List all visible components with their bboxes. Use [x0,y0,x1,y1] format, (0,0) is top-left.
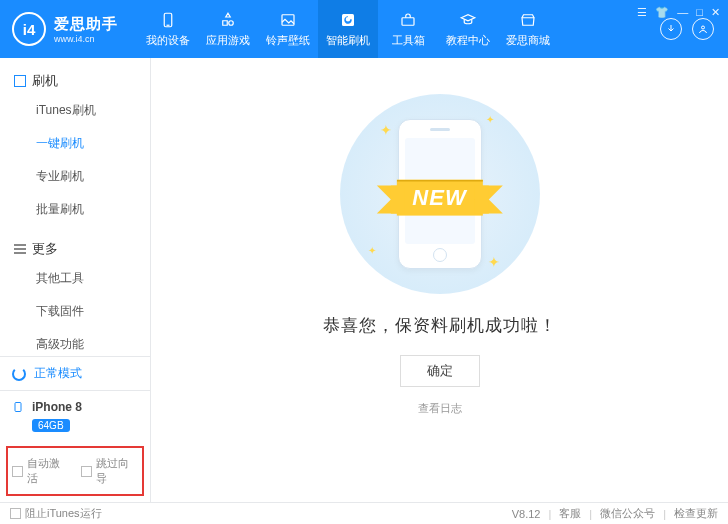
sidebar-item-download-firmware[interactable]: 下载固件 [0,295,150,328]
sidebar-section-flash: 刷机 [0,68,150,94]
sidebar-item-itunes-flash[interactable]: iTunes刷机 [0,94,150,127]
sparkle-icon: ✦ [488,254,500,270]
status-bar: 阻止iTunes运行 V8.12| 客服| 微信公众号| 检查更新 [0,502,728,524]
sparkle-icon: ✦ [368,245,376,256]
maximize-button[interactable]: □ [696,6,703,19]
phone-icon [12,399,24,415]
wechat-link[interactable]: 微信公众号 [600,506,655,521]
view-log-link[interactable]: 查看日志 [418,401,462,416]
app-logo: i4 爱思助手 www.i4.cn [0,12,138,46]
store-icon [519,11,537,29]
brand-name: 爱思助手 [54,15,118,34]
device-info[interactable]: iPhone 8 64GB [0,390,150,440]
new-ribbon: NEW [396,180,482,216]
version-label: V8.12 [512,508,541,520]
tab-label: 工具箱 [392,33,425,48]
user-button[interactable] [692,18,714,40]
check-update-link[interactable]: 检查更新 [674,506,718,521]
spinner-icon [12,367,26,381]
brand-site: www.i4.cn [54,34,118,44]
tab-tutorials[interactable]: 教程中心 [438,0,498,58]
main-tabs: 我的设备 应用游戏 铃声壁纸 智能刷机 工具箱 教程中心 爱思商城 [138,0,558,58]
window-controls: ☰ 👕 — □ ✕ [637,6,720,19]
refresh-icon [339,11,357,29]
minimize-button[interactable]: — [677,6,688,19]
svg-point-5 [702,26,705,29]
download-icon [665,23,677,35]
tab-label: 应用游戏 [206,33,250,48]
download-button[interactable] [660,18,682,40]
checkbox-skip-guide[interactable]: 跳过向导 [81,456,138,486]
square-icon [14,75,26,87]
tab-ringtones[interactable]: 铃声壁纸 [258,0,318,58]
logo-badge: i4 [12,12,46,46]
hamburger-icon [14,244,26,254]
image-icon [279,11,297,29]
tab-label: 智能刷机 [326,33,370,48]
sparkle-icon: ✦ [380,122,392,138]
flash-options-highlighted: 自动激活 跳过向导 [6,446,144,496]
checkbox-auto-activate[interactable]: 自动激活 [12,456,69,486]
close-button[interactable]: ✕ [711,6,720,19]
tab-store[interactable]: 爱思商城 [498,0,558,58]
checkbox-block-itunes[interactable]: 阻止iTunes运行 [10,506,102,521]
support-link[interactable]: 客服 [559,506,581,521]
svg-rect-3 [342,14,354,26]
sidebar: 刷机 iTunes刷机 一键刷机 专业刷机 批量刷机 更多 其他工具 下载固件 … [0,58,151,502]
tab-toolbox[interactable]: 工具箱 [378,0,438,58]
svg-rect-6 [15,403,21,412]
mode-label: 正常模式 [34,365,82,382]
sidebar-section-more: 更多 [0,236,150,262]
device-name: iPhone 8 [32,400,82,414]
sparkle-icon: ✦ [486,114,494,125]
tab-label: 铃声壁纸 [266,33,310,48]
phone-icon [159,11,177,29]
menu-button[interactable]: ☰ [637,6,647,19]
svg-rect-4 [402,17,414,25]
tab-flash[interactable]: 智能刷机 [318,0,378,58]
success-message: 恭喜您，保资料刷机成功啦！ [323,314,557,337]
main-content: ✦ ✦ ✦ ✦ NEW 恭喜您，保资料刷机成功啦！ 确定 查看日志 [151,58,728,502]
tab-label: 我的设备 [146,33,190,48]
tab-label: 爱思商城 [506,33,550,48]
confirm-button[interactable]: 确定 [400,355,480,387]
tab-apps[interactable]: 应用游戏 [198,0,258,58]
title-bar: i4 爱思助手 www.i4.cn 我的设备 应用游戏 铃声壁纸 智能刷机 工具… [0,0,728,58]
sidebar-item-other-tools[interactable]: 其他工具 [0,262,150,295]
device-mode-status[interactable]: 正常模式 [0,356,150,390]
sidebar-item-batch-flash[interactable]: 批量刷机 [0,193,150,226]
tab-label: 教程中心 [446,33,490,48]
skin-button[interactable]: 👕 [655,6,669,19]
tab-my-device[interactable]: 我的设备 [138,0,198,58]
sidebar-item-pro-flash[interactable]: 专业刷机 [0,160,150,193]
apps-icon [219,11,237,29]
toolbox-icon [399,11,417,29]
success-illustration: ✦ ✦ ✦ ✦ NEW [340,94,540,294]
capacity-badge: 64GB [32,419,70,432]
graduation-icon [459,11,477,29]
user-icon [697,23,709,35]
sidebar-item-oneclick-flash[interactable]: 一键刷机 [0,127,150,160]
sidebar-item-advanced[interactable]: 高级功能 [0,328,150,356]
